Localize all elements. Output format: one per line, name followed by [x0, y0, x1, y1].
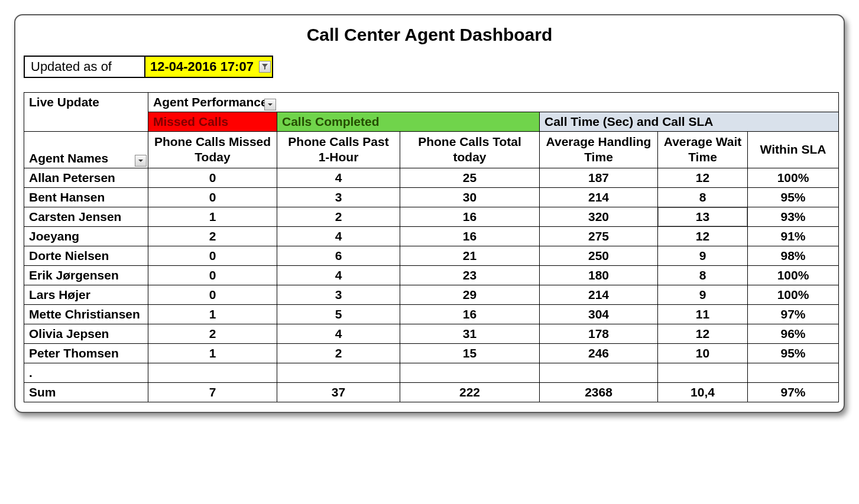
updated-filter-button[interactable]: [259, 61, 271, 73]
col-avg-wait-header: Average Wait Time: [658, 132, 748, 168]
sum-total: 222: [400, 382, 540, 402]
past-hour-cell[interactable]: 6: [277, 246, 400, 265]
agent-name-cell[interactable]: Bent Hansen: [24, 187, 148, 207]
await-cell[interactable]: 11: [658, 304, 748, 324]
table-row: Peter Thomsen12152461095%: [24, 343, 839, 363]
agent-name-cell[interactable]: Lars Højer: [24, 285, 148, 304]
spacer-cell: [540, 363, 658, 382]
missed-cell[interactable]: 1: [148, 304, 277, 324]
past-hour-cell[interactable]: 4: [277, 265, 400, 285]
await-cell[interactable]: 12: [658, 324, 748, 343]
total-cell[interactable]: 31: [400, 324, 540, 343]
updated-value-cell[interactable]: 12-04-2016 17:07: [145, 56, 273, 78]
total-cell[interactable]: 25: [400, 168, 540, 187]
missed-cell[interactable]: 0: [148, 265, 277, 285]
missed-cell[interactable]: 2: [148, 226, 277, 246]
missed-cell[interactable]: 0: [148, 168, 277, 187]
total-cell[interactable]: 15: [400, 343, 540, 363]
await-cell[interactable]: 9: [658, 246, 748, 265]
table-row: Joeyang24162751291%: [24, 226, 839, 246]
sum-label: Sum: [24, 382, 148, 402]
past-hour-cell[interactable]: 3: [277, 285, 400, 304]
call-time-sla-header: Call Time (Sec) and Call SLA: [540, 112, 839, 132]
sla-cell[interactable]: 95%: [748, 187, 839, 207]
aht-cell[interactable]: 250: [540, 246, 658, 265]
aht-cell[interactable]: 275: [540, 226, 658, 246]
agent-performance-header[interactable]: Agent Performance: [148, 93, 277, 112]
past-hour-cell[interactable]: 2: [277, 207, 400, 226]
agent-name-cell[interactable]: Peter Thomsen: [24, 343, 148, 363]
aht-cell[interactable]: 246: [540, 343, 658, 363]
missed-cell[interactable]: 0: [148, 187, 277, 207]
await-cell[interactable]: 8: [658, 187, 748, 207]
table-row: Bent Hansen0330214895%: [24, 187, 839, 207]
total-cell[interactable]: 23: [400, 265, 540, 285]
agent-names-dropdown[interactable]: [135, 155, 147, 167]
sla-cell[interactable]: 96%: [748, 324, 839, 343]
aht-cell[interactable]: 320: [540, 207, 658, 226]
agent-name-cell[interactable]: Erik Jørgensen: [24, 265, 148, 285]
sla-cell[interactable]: 95%: [748, 343, 839, 363]
past-hour-cell[interactable]: 4: [277, 168, 400, 187]
await-cell[interactable]: 12: [658, 226, 748, 246]
await-cell[interactable]: 13: [658, 207, 748, 226]
agent-name-cell[interactable]: Olivia Jepsen: [24, 324, 148, 343]
total-cell[interactable]: 21: [400, 246, 540, 265]
agent-name-cell[interactable]: Carsten Jensen: [24, 207, 148, 226]
agent-performance-span: [277, 93, 839, 112]
sla-cell[interactable]: 100%: [748, 285, 839, 304]
sum-sla: 97%: [748, 382, 839, 402]
missed-cell[interactable]: 2: [148, 324, 277, 343]
sla-cell[interactable]: 97%: [748, 304, 839, 324]
aht-cell[interactable]: 304: [540, 304, 658, 324]
agent-performance-label: Agent Performance: [153, 95, 268, 109]
spacer-dot: .: [24, 363, 148, 382]
table-row: Mette Christiansen15163041197%: [24, 304, 839, 324]
agent-performance-dropdown[interactable]: [264, 99, 276, 110]
missed-cell[interactable]: 1: [148, 343, 277, 363]
aht-cell[interactable]: 214: [540, 187, 658, 207]
total-cell[interactable]: 16: [400, 207, 540, 226]
missed-cell[interactable]: 0: [148, 285, 277, 304]
agent-name-cell[interactable]: Dorte Nielsen: [24, 246, 148, 265]
aht-cell[interactable]: 187: [540, 168, 658, 187]
total-cell[interactable]: 16: [400, 304, 540, 324]
sum-aht: 2368: [540, 382, 658, 402]
await-cell[interactable]: 9: [658, 285, 748, 304]
await-cell[interactable]: 12: [658, 168, 748, 187]
sla-cell[interactable]: 100%: [748, 168, 839, 187]
sla-cell[interactable]: 98%: [748, 246, 839, 265]
aht-cell[interactable]: 214: [540, 285, 658, 304]
agent-name-cell[interactable]: Joeyang: [24, 226, 148, 246]
sla-cell[interactable]: 91%: [748, 226, 839, 246]
past-hour-cell[interactable]: 2: [277, 343, 400, 363]
aht-cell[interactable]: 180: [540, 265, 658, 285]
agent-names-label: Agent Names: [29, 151, 108, 165]
table-row: Dorte Nielsen0621250998%: [24, 246, 839, 265]
sla-cell[interactable]: 100%: [748, 265, 839, 285]
sum-await: 10,4: [658, 382, 748, 402]
await-cell[interactable]: 8: [658, 265, 748, 285]
missed-cell[interactable]: 1: [148, 207, 277, 226]
sla-cell[interactable]: 93%: [748, 207, 839, 226]
await-cell[interactable]: 10: [658, 343, 748, 363]
past-hour-cell[interactable]: 4: [277, 324, 400, 343]
aht-cell[interactable]: 178: [540, 324, 658, 343]
agent-names-header[interactable]: Agent Names: [24, 132, 148, 168]
past-hour-cell[interactable]: 4: [277, 226, 400, 246]
past-hour-cell[interactable]: 3: [277, 187, 400, 207]
page-title: Call Center Agent Dashboard: [24, 25, 835, 45]
sum-missed: 7: [148, 382, 277, 402]
past-hour-cell[interactable]: 5: [277, 304, 400, 324]
missed-cell[interactable]: 0: [148, 246, 277, 265]
col-sla-header: Within SLA: [748, 132, 839, 168]
total-cell[interactable]: 29: [400, 285, 540, 304]
total-cell[interactable]: 16: [400, 226, 540, 246]
performance-table: Live Update Agent Performance Missed Cal…: [24, 92, 839, 402]
live-update-header: Live Update: [24, 93, 148, 132]
total-cell[interactable]: 30: [400, 187, 540, 207]
sum-row: Sum 7 37 222 2368 10,4 97%: [24, 382, 839, 402]
updated-label: Updated as of: [24, 56, 145, 78]
agent-name-cell[interactable]: Mette Christiansen: [24, 304, 148, 324]
agent-name-cell[interactable]: Allan Petersen: [24, 168, 148, 187]
